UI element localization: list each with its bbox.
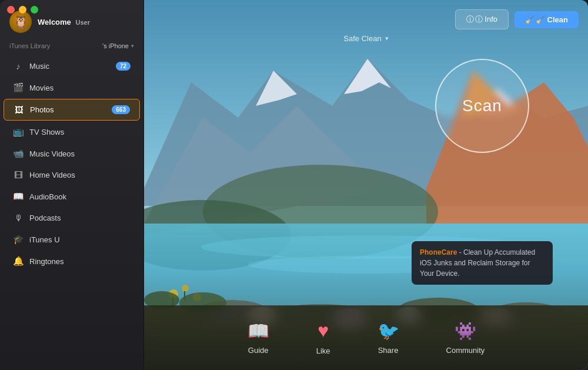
safe-clean-label: Safe Clean: [343, 34, 381, 43]
main-content: ⓘ ⓘ Info 🧹 🧹 Clean Safe Clean ▾ Scan Pho…: [144, 0, 588, 370]
itunes-u-icon: 🎓: [13, 234, 24, 245]
phonecare-text: PhoneCare - Clean Up Accumulated iOS Jun…: [420, 247, 544, 279]
tvshows-icon: 📺: [13, 126, 24, 137]
sidebar-label-podcasts: Podcasts: [29, 214, 61, 222]
safe-clean-chevron[interactable]: ▾: [385, 35, 389, 42]
top-toolbar: ⓘ ⓘ Info 🧹 🧹 Clean: [455, 9, 579, 29]
header-text: Welcome User: [38, 18, 90, 26]
sidebar-item-movies[interactable]: 🎬 Movies: [4, 77, 140, 98]
reddit-icon: 👾: [455, 321, 476, 341]
guide-action[interactable]: 📖 Guide: [248, 321, 269, 355]
sidebar-items: ♪ Music 72 🎬 Movies 🖼 Photos 663 📺 TV Sh…: [0, 55, 143, 370]
music-icon: ♪: [13, 61, 24, 71]
minimize-button[interactable]: [19, 6, 26, 14]
username-text: User: [75, 19, 89, 26]
broom-icon: 🧹: [525, 15, 534, 24]
scan-label: Scan: [462, 96, 502, 115]
like-action[interactable]: ♥ Like: [316, 320, 330, 355]
heart-icon: ♥: [318, 320, 329, 342]
library-label: iTunes Library: [9, 42, 50, 49]
sidebar-item-tvshows[interactable]: 📺 TV Shows: [4, 121, 140, 142]
bottom-bar: 📖 Guide ♥ Like 🐦 Share 👾 Community: [144, 305, 588, 370]
photos-icon: 🖼: [14, 105, 24, 115]
share-action[interactable]: 🐦 Share: [377, 321, 399, 355]
sidebar-label-ringtones: Ringtones: [29, 257, 64, 266]
chevron-icon: ▾: [131, 43, 134, 49]
welcome-text: Welcome: [38, 18, 71, 26]
audiobook-icon: 📖: [13, 191, 24, 202]
info-label: ⓘ Info: [475, 14, 497, 25]
info-icon: ⓘ: [466, 14, 474, 25]
like-label: Like: [316, 346, 330, 355]
sidebar-item-musicvideos[interactable]: 📹 Music Videos: [4, 143, 140, 164]
phonecare-tooltip: PhoneCare - Clean Up Accumulated iOS Jun…: [412, 241, 553, 285]
sidebar-label-movies: Movies: [29, 84, 54, 92]
guide-label: Guide: [248, 346, 269, 355]
ringtones-icon: 🔔: [13, 256, 24, 266]
music-badge: 72: [116, 62, 131, 71]
guide-icon: 📖: [248, 321, 269, 341]
podcasts-icon: 🎙: [13, 213, 24, 223]
scan-button[interactable]: Scan: [435, 59, 529, 153]
clean-button[interactable]: 🧹 🧹 Clean: [514, 11, 579, 28]
close-button[interactable]: [7, 6, 15, 14]
sidebar-label-tvshows: TV Shows: [29, 128, 64, 136]
movies-icon: 🎬: [13, 82, 24, 93]
traffic-lights: [7, 6, 38, 14]
community-label: Community: [446, 346, 485, 355]
itunes-library-row: iTunes Library 's iPhone ▾: [0, 40, 143, 55]
scan-container: Scan: [435, 59, 529, 153]
phonecare-brand: PhoneCare: [420, 248, 457, 256]
community-action[interactable]: 👾 Community: [446, 321, 485, 355]
share-label: Share: [378, 346, 399, 355]
sidebar-label-itunes-u: iTunes U: [29, 235, 60, 244]
sidebar-label-homevideos: Home Videos: [29, 171, 75, 179]
device-selector[interactable]: 's iPhone ▾: [102, 42, 134, 49]
sidebar-label-musicvideos: Music Videos: [29, 149, 75, 158]
sidebar: 🦉 Welcome User iTunes Library 's iPhone …: [0, 0, 144, 370]
sidebar-item-podcasts[interactable]: 🎙 Podcasts: [4, 208, 140, 228]
sidebar-item-music[interactable]: ♪ Music 72: [4, 56, 140, 76]
sidebar-item-homevideos[interactable]: 🎞 Home Videos: [4, 165, 140, 185]
welcome-label: Welcome User: [38, 18, 90, 26]
sidebar-label-audiobook: AudioBook: [29, 192, 66, 201]
homevideos-icon: 🎞: [13, 170, 24, 180]
sidebar-item-itunes-u[interactable]: 🎓 iTunes U: [4, 229, 140, 250]
photos-badge: 663: [112, 105, 130, 114]
sidebar-item-ringtones[interactable]: 🔔 Ringtones: [4, 251, 140, 272]
musicvideos-icon: 📹: [13, 148, 24, 159]
sidebar-label-photos: Photos: [30, 105, 54, 114]
twitter-icon: 🐦: [377, 321, 399, 341]
clean-label: 🧹 Clean: [536, 15, 568, 24]
device-name: 's iPhone: [102, 42, 129, 49]
sidebar-label-music: Music: [29, 62, 49, 71]
maximize-button[interactable]: [31, 6, 38, 14]
sidebar-item-audiobook[interactable]: 📖 AudioBook: [4, 186, 140, 207]
info-button[interactable]: ⓘ ⓘ Info: [455, 9, 509, 29]
safe-clean-row: Safe Clean ▾: [343, 34, 388, 43]
app-logo: 🦉: [9, 11, 32, 33]
sidebar-item-photos[interactable]: 🖼 Photos 663: [4, 99, 140, 121]
svg-point-23: [182, 285, 189, 292]
